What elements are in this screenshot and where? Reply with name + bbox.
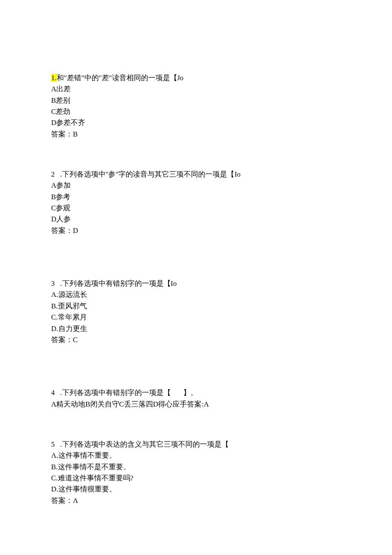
q1-option-b: B差别 xyxy=(51,95,341,106)
q1-number-highlight: 1. xyxy=(51,74,57,82)
q1-answer: 答案：B xyxy=(51,129,341,140)
q1-stem-text: 和"差错"中的"差"读音相同的一项是【Jo xyxy=(57,74,184,82)
q5-option-d: D.这件事情很重要。 xyxy=(51,484,341,495)
question-5: 5 .下列各选项中表达的含义与其它三项不同的一项是【 A.这件事情不重要。 B.… xyxy=(51,439,341,506)
q3-answer: 答案：C xyxy=(51,334,341,346)
q3-stem: 3 .下列各选项中有错别字的一项是【Io xyxy=(51,278,341,289)
q2-answer: 答案：D xyxy=(51,225,341,236)
q2-option-c: C参观 xyxy=(51,203,341,214)
q4-options-answer: A精天动地B闭关自守C丢三落四D得心应手答案:A xyxy=(51,399,341,410)
q5-option-c: C.难道这件事情不重要吗? xyxy=(51,473,341,484)
q2-option-d: D人参 xyxy=(51,214,341,225)
q5-option-a: A.这件事情不重要。 xyxy=(51,450,341,461)
question-1: 1.和"差错"中的"差"读音相同的一项是【Jo A出差 B差别 C差劲 D参差不… xyxy=(51,73,341,140)
document-page: 1.和"差错"中的"差"读音相同的一项是【Jo A出差 B差别 C差劲 D参差不… xyxy=(0,0,392,555)
q2-option-a: A参加 xyxy=(51,180,341,191)
q2-stem: 2 .下列各选项中"参"字的读音与其它三项不同的一项是【Io xyxy=(51,169,341,180)
q1-option-c: C差劲 xyxy=(51,106,341,117)
q2-option-b: B参考 xyxy=(51,192,341,203)
question-4: 4 .下列各选项中有错别字的一项是【 】。 A精天动地B闭关自守C丢三落四D得心… xyxy=(51,387,341,410)
q1-stem: 1.和"差错"中的"差"读音相同的一项是【Jo xyxy=(51,73,341,84)
question-2: 2 .下列各选项中"参"字的读音与其它三项不同的一项是【Io A参加 B参考 C… xyxy=(51,169,341,236)
q3-option-d: D.自力更生 xyxy=(51,323,341,334)
q5-stem: 5 .下列各选项中表达的含义与其它三项不同的一项是【 xyxy=(51,439,341,450)
q3-option-a: A.源远流长 xyxy=(51,289,341,300)
q1-option-a: A出差 xyxy=(51,84,341,95)
q1-option-d: D参差不齐 xyxy=(51,117,341,128)
q3-option-b: B.歪风邪气 xyxy=(51,301,341,312)
q4-stem: 4 .下列各选项中有错别字的一项是【 】。 xyxy=(51,387,341,398)
question-3: 3 .下列各选项中有错别字的一项是【Io A.源远流长 B.歪风邪气 C.常年累… xyxy=(51,278,341,346)
q3-option-c: C.常年累月 xyxy=(51,312,341,323)
q5-answer: 答案：A xyxy=(51,495,341,506)
q5-option-b: B.这件事情不是不重要。 xyxy=(51,462,341,473)
